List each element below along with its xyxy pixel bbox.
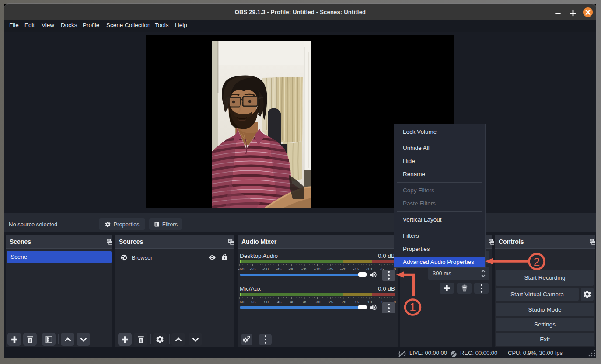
svg-text:1: 1 [409, 301, 416, 314]
svg-text:2: 2 [534, 255, 540, 268]
